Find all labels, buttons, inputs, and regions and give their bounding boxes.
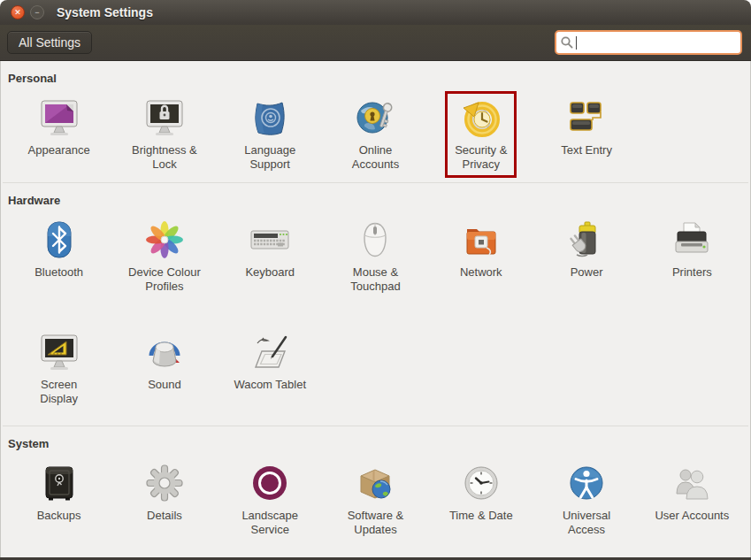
sound-icon bbox=[143, 331, 186, 373]
settings-item-device-colour-profiles[interactable]: Device Colour Profiles bbox=[111, 213, 217, 295]
settings-item-label: Wacom Tablet bbox=[234, 378, 306, 408]
settings-item-user-accounts[interactable]: User Accounts bbox=[640, 456, 745, 539]
search-input[interactable] bbox=[577, 36, 737, 50]
security-privacy-icon bbox=[460, 96, 502, 139]
settings-item-universal-access[interactable]: Universal Access bbox=[533, 456, 639, 539]
window-title: System Settings bbox=[57, 5, 153, 19]
screen-display-icon bbox=[38, 331, 80, 373]
time-date-icon bbox=[460, 462, 502, 504]
settings-panel: Personal Appearance bbox=[0, 61, 751, 557]
printers-icon bbox=[671, 219, 713, 261]
highlight-box: Security & Privacy bbox=[445, 91, 517, 178]
system-grid: Backups bbox=[6, 456, 745, 539]
minimize-icon: − bbox=[34, 9, 39, 17]
settings-item-software-updates[interactable]: Software & Updates bbox=[323, 456, 428, 539]
settings-item-details[interactable]: Details bbox=[111, 456, 217, 539]
landscape-service-icon bbox=[249, 462, 291, 504]
settings-item-label: Security & Privacy bbox=[455, 143, 507, 173]
section-personal: Personal Appearance bbox=[1, 61, 750, 179]
section-system: System bbox=[1, 426, 750, 544]
bluetooth-icon bbox=[38, 219, 80, 261]
settings-item-screen-display[interactable]: Screen Display bbox=[6, 326, 111, 408]
network-icon bbox=[460, 219, 502, 261]
backups-icon bbox=[38, 462, 80, 504]
details-icon bbox=[143, 462, 186, 504]
settings-item-appearance[interactable]: Appearance bbox=[6, 91, 111, 173]
settings-item-label: Mouse & Touchpad bbox=[350, 265, 400, 295]
settings-item-text-entry[interactable]: Text Entry bbox=[533, 91, 639, 173]
section-title: Hardware bbox=[6, 192, 745, 211]
user-accounts-icon bbox=[671, 462, 713, 504]
toolbar: All Settings bbox=[0, 25, 751, 61]
language-support-icon bbox=[249, 96, 291, 139]
system-settings-window: ✕ − System Settings All Settings Persona… bbox=[0, 0, 751, 560]
settings-item-online-accounts[interactable]: Online Accounts bbox=[323, 91, 428, 173]
settings-item-label: Time & Date bbox=[449, 509, 513, 539]
settings-item-language-support[interactable]: Language Support bbox=[218, 91, 323, 173]
device-colour-profiles-icon bbox=[143, 219, 186, 261]
settings-item-backups[interactable]: Backups bbox=[6, 456, 111, 539]
minimize-button[interactable]: − bbox=[30, 5, 44, 19]
settings-item-wacom-tablet[interactable]: Wacom Tablet bbox=[218, 326, 323, 408]
settings-item-bluetooth[interactable]: Bluetooth bbox=[6, 213, 111, 295]
settings-item-label: Landscape Service bbox=[241, 509, 298, 539]
settings-item-label: Sound bbox=[148, 378, 181, 408]
hardware-grid: Bluetooth bbox=[6, 213, 745, 408]
keyboard-icon bbox=[249, 219, 291, 261]
settings-item-label: Appearance bbox=[28, 143, 90, 173]
settings-item-mouse-touchpad[interactable]: Mouse & Touchpad bbox=[323, 213, 428, 295]
settings-item-label: Keyboard bbox=[245, 265, 295, 295]
settings-item-sound[interactable]: Sound bbox=[111, 326, 217, 408]
settings-item-security-privacy[interactable]: Security & Privacy bbox=[428, 91, 533, 173]
settings-item-power[interactable]: Power bbox=[533, 213, 639, 295]
online-accounts-icon bbox=[354, 96, 396, 139]
settings-item-time-date[interactable]: Time & Date bbox=[428, 456, 533, 539]
search-icon bbox=[560, 35, 574, 50]
settings-item-label: Printers bbox=[672, 265, 712, 295]
personal-grid: Appearance Brightn bbox=[6, 91, 745, 173]
universal-access-icon bbox=[565, 462, 608, 504]
close-icon: ✕ bbox=[14, 9, 21, 17]
power-icon bbox=[565, 219, 608, 261]
appearance-icon bbox=[38, 96, 80, 139]
settings-item-label: Details bbox=[147, 509, 182, 539]
settings-item-label: Backups bbox=[37, 509, 81, 539]
settings-item-label: Screen Display bbox=[40, 378, 78, 408]
wacom-tablet-icon bbox=[249, 331, 291, 373]
settings-item-label: Software & Updates bbox=[348, 509, 404, 539]
settings-item-label: Online Accounts bbox=[352, 143, 399, 173]
settings-item-landscape-service[interactable]: Landscape Service bbox=[218, 456, 323, 539]
settings-item-label: Language Support bbox=[244, 143, 295, 173]
search-box[interactable] bbox=[555, 30, 742, 55]
text-entry-icon bbox=[565, 96, 608, 139]
brightness-lock-icon bbox=[143, 96, 186, 139]
all-settings-button[interactable]: All Settings bbox=[7, 31, 92, 54]
settings-item-label: Brightness & Lock bbox=[132, 143, 197, 173]
software-updates-icon bbox=[354, 462, 396, 504]
close-button[interactable]: ✕ bbox=[11, 5, 25, 19]
section-title: System bbox=[6, 435, 745, 455]
settings-item-printers[interactable]: Printers bbox=[640, 213, 745, 295]
settings-item-label: Device Colour Profiles bbox=[128, 265, 201, 295]
settings-item-brightness-lock[interactable]: Brightness & Lock bbox=[111, 91, 217, 173]
section-hardware: Hardware Bluetooth bbox=[1, 183, 750, 413]
settings-item-network[interactable]: Network bbox=[428, 213, 533, 295]
settings-item-label: Network bbox=[460, 265, 502, 295]
section-title: Personal bbox=[6, 70, 745, 89]
settings-item-keyboard[interactable]: Keyboard bbox=[218, 213, 323, 295]
settings-item-label: User Accounts bbox=[655, 509, 729, 539]
settings-item-label: Bluetooth bbox=[34, 265, 83, 295]
settings-item-label: Power bbox=[571, 265, 603, 295]
mouse-touchpad-icon bbox=[354, 219, 396, 261]
settings-item-label: Text Entry bbox=[561, 143, 612, 173]
settings-item-label: Universal Access bbox=[563, 509, 610, 539]
titlebar: ✕ − System Settings bbox=[0, 0, 751, 25]
